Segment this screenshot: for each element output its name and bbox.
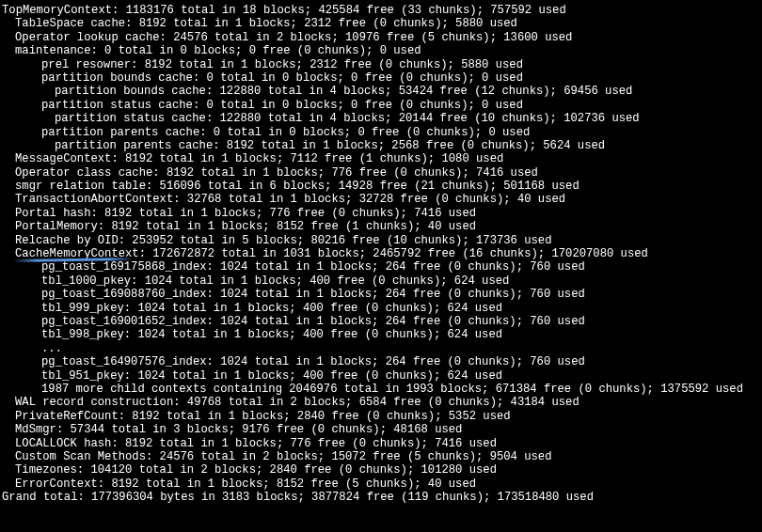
log-line: CacheMemoryContext: 172672872 total in 1…	[2, 247, 762, 260]
log-line: smgr relation table: 516096 total in 6 b…	[2, 180, 762, 193]
log-line: Grand total: 177396304 bytes in 3183 blo…	[2, 491, 762, 504]
log-line: TransactionAbortContext: 32768 total in …	[2, 193, 762, 206]
log-line: 1987 more child contexts containing 2046…	[2, 383, 762, 396]
log-line: partition parents cache: 0 total in 0 bl…	[2, 126, 762, 139]
log-line: partition bounds cache: 122880 total in …	[2, 85, 762, 98]
log-line: MessageContext: 8192 total in 1 blocks; …	[2, 152, 762, 165]
highlighted-context: CacheMemoryContext	[15, 247, 139, 260]
log-line: TopMemoryContext: 1183176 total in 18 bl…	[2, 4, 762, 17]
log-line: Custom Scan Methods: 24576 total in 2 bl…	[2, 450, 762, 463]
log-line: MdSmgr: 57344 total in 3 blocks; 9176 fr…	[2, 423, 762, 436]
log-line: tbl_951_pkey: 1024 total in 1 blocks; 40…	[2, 369, 762, 383]
log-line: pg_toast_164907576_index: 1024 total in …	[2, 355, 762, 368]
log-line: maintenance: 0 total in 0 blocks; 0 free…	[2, 44, 762, 57]
log-line: tbl_998_pkey: 1024 total in 1 blocks; 40…	[2, 328, 762, 341]
log-line: Portal hash: 8192 total in 1 blocks; 776…	[2, 207, 762, 220]
log-line: tbl_999_pkey: 1024 total in 1 blocks; 40…	[2, 302, 762, 315]
log-line: TableSpace cache: 8192 total in 1 blocks…	[2, 17, 762, 30]
log-line: Timezones: 104120 total in 2 blocks; 284…	[2, 463, 762, 477]
log-line: pg_toast_169088760_index: 1024 total in …	[2, 288, 762, 301]
log-line: Operator lookup cache: 24576 total in 2 …	[2, 31, 762, 44]
log-line: ...	[2, 342, 762, 355]
log-line: PortalMemory: 8192 total in 1 blocks; 81…	[2, 220, 762, 233]
log-line: PrivateRefCount: 8192 total in 1 blocks;…	[2, 410, 762, 423]
log-line: Operator class cache: 8192 total in 1 bl…	[2, 166, 762, 180]
log-line: ErrorContext: 8192 total in 1 blocks; 81…	[2, 477, 762, 491]
log-line: LOCALLOCK hash: 8192 total in 1 blocks; …	[2, 437, 762, 450]
log-line: partition parents cache: 8192 total in 1…	[2, 139, 762, 152]
log-line: partition status cache: 122880 total in …	[2, 112, 762, 125]
log-line: pg_toast_169175868_index: 1024 total in …	[2, 260, 762, 274]
log-line: Relcache by OID: 253952 total in 5 block…	[2, 234, 762, 247]
log-line: pg_toast_169001652_index: 1024 total in …	[2, 315, 762, 328]
log-line: tbl_1000_pkey: 1024 total in 1 blocks; 4…	[2, 274, 762, 288]
log-line: WAL record construction: 49768 total in …	[2, 396, 762, 409]
log-line: partition bounds cache: 0 total in 0 blo…	[2, 71, 762, 85]
terminal-output: TopMemoryContext: 1183176 total in 18 bl…	[0, 0, 762, 504]
log-line: prel resowner: 8192 total in 1 blocks; 2…	[2, 58, 762, 71]
log-line: partition status cache: 0 total in 0 blo…	[2, 99, 762, 112]
